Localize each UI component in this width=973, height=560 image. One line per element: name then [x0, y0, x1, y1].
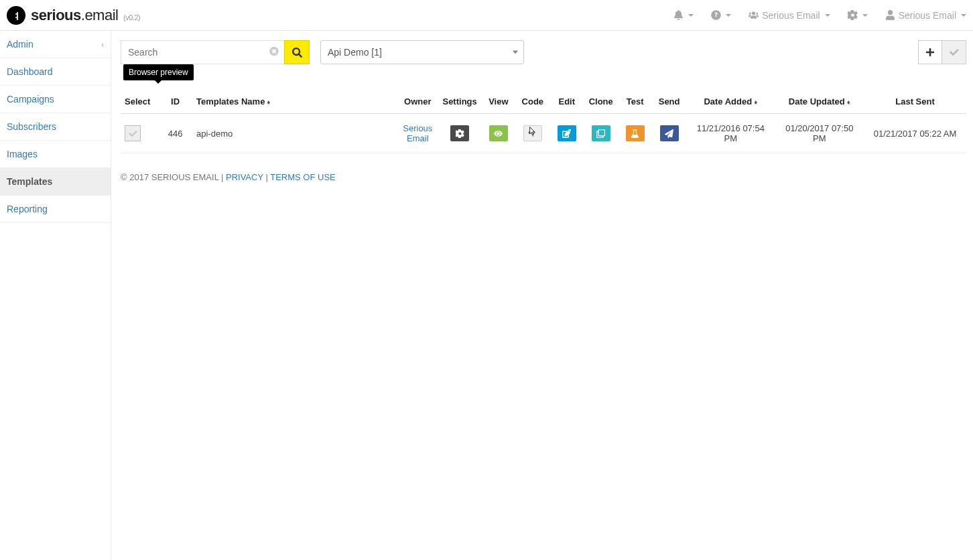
row-settings-button[interactable]: [450, 125, 469, 141]
gear-icon: [848, 10, 858, 20]
sidebar-item-templates[interactable]: Templates: [0, 168, 111, 196]
row-name: api-demo: [192, 114, 397, 153]
row-test-button[interactable]: [626, 125, 645, 141]
sidebar-item-reporting[interactable]: Reporting: [0, 196, 111, 223]
clear-search-icon[interactable]: [269, 47, 279, 58]
sort-icon: ♦: [754, 98, 757, 106]
sidebar-item-admin[interactable]: Admin ‹: [0, 31, 111, 58]
row-date-updated: 01/20/2017 07:50 PM: [775, 114, 864, 153]
brand-suffix: .email: [81, 7, 119, 23]
gear-icon: [456, 129, 464, 138]
code-icon: [528, 129, 537, 138]
team-menu[interactable]: Serious Email: [749, 10, 830, 21]
sidebar-item-images[interactable]: Images: [0, 141, 111, 168]
sidebar-item-label: Images: [7, 149, 38, 159]
caret-down-icon: [513, 51, 518, 54]
col-view: View: [481, 90, 515, 114]
row-owner-link[interactable]: Serious Email: [401, 123, 434, 143]
footer-privacy-link[interactable]: PRIVACY: [226, 172, 263, 182]
col-name[interactable]: Templates Name♦: [192, 90, 397, 114]
row-code-button[interactable]: [523, 125, 542, 141]
templates-table-wrap: Browser preview Select ID Templates Name…: [121, 90, 966, 153]
col-select[interactable]: Select: [121, 90, 158, 114]
tooltip: Browser preview: [123, 64, 194, 80]
check-icon: [950, 48, 959, 57]
col-code: Code: [515, 90, 549, 114]
caret-down-icon: [688, 14, 694, 17]
sidebar-item-dashboard[interactable]: Dashboard: [0, 58, 111, 86]
row-id: 446: [158, 114, 192, 153]
flask-icon: [631, 129, 639, 138]
sidebar-item-label: Subscribers: [7, 121, 56, 132]
navbar-right: Serious Email Serious Email: [673, 10, 966, 21]
footer-terms-link[interactable]: TERMS OF USE: [270, 172, 336, 182]
row-view-button[interactable]: [489, 125, 508, 141]
edit-icon: [562, 129, 571, 138]
footer-copyright: © 2017 SERIOUS EMAIL |: [121, 172, 226, 182]
col-edit: Edit: [549, 90, 584, 114]
campaign-select[interactable]: Api Demo [1]: [320, 40, 524, 64]
col-clone: Clone: [584, 90, 618, 114]
main-content: Api Demo [1] Browser preview Sel: [111, 31, 973, 560]
sidebar-item-label: Dashboard: [7, 66, 53, 77]
team-menu-label: Serious Email: [762, 10, 820, 21]
row-last-sent: 01/21/2017 05:22 AM: [864, 114, 966, 153]
brand-version: (v0.2): [123, 13, 140, 21]
col-date-updated[interactable]: Date Updated♦: [775, 90, 864, 114]
row-clone-button[interactable]: [592, 125, 610, 141]
col-date-added[interactable]: Date Added♦: [686, 90, 775, 114]
col-last-sent[interactable]: Last Sent: [864, 90, 966, 114]
user-menu-label: Serious Email: [899, 10, 956, 21]
chevron-left-icon: ‹: [101, 40, 104, 48]
col-id[interactable]: ID: [158, 90, 192, 114]
footer: © 2017 SERIOUS EMAIL | PRIVACY | TERMS O…: [121, 172, 966, 182]
user-menu[interactable]: Serious Email: [885, 10, 966, 21]
sidebar-item-campaigns[interactable]: Campaigns: [0, 86, 111, 113]
search-wrap: [121, 40, 310, 64]
row-send-button[interactable]: [660, 125, 679, 141]
bell-icon: [673, 10, 684, 20]
clone-icon: [596, 129, 605, 138]
caret-down-icon: [862, 14, 868, 17]
col-send: Send: [652, 90, 686, 114]
sidebar-item-label: Templates: [7, 176, 52, 187]
sidebar-item-label: Admin: [7, 39, 34, 50]
col-settings: Settings: [438, 90, 482, 114]
plus-icon: [925, 48, 935, 57]
users-icon: [749, 10, 759, 20]
sort-icon: ♦: [847, 98, 850, 106]
row-edit-button[interactable]: [558, 125, 576, 141]
eye-icon: [494, 129, 503, 138]
brand-logo-icon: :|: [7, 6, 25, 25]
row-checkbox[interactable]: [125, 125, 141, 141]
toolbar: Api Demo [1]: [121, 40, 966, 64]
col-owner[interactable]: Owner: [397, 90, 438, 114]
user-icon: [885, 10, 895, 20]
question-circle-icon: [711, 10, 721, 20]
sidebar: Admin ‹ Dashboard Campaigns Subscribers …: [0, 31, 111, 560]
campaign-select-value: Api Demo [1]: [328, 47, 382, 58]
caret-down-icon: [825, 14, 830, 17]
confirm-button[interactable]: [942, 40, 966, 64]
top-navbar: :| serious.email (v0.2) Serious Email Se…: [0, 0, 973, 31]
row-date-added: 11/21/2016 07:54 PM: [686, 114, 775, 153]
sidebar-item-label: Reporting: [7, 204, 48, 214]
notifications-menu[interactable]: [673, 10, 694, 20]
add-template-button[interactable]: [918, 40, 942, 64]
search-button[interactable]: [284, 40, 310, 64]
table-row: 446 api-demo Serious Email: [121, 114, 966, 153]
settings-menu[interactable]: [848, 10, 868, 20]
col-test: Test: [618, 90, 652, 114]
sort-icon: ♦: [267, 98, 270, 106]
brand-prefix: serious: [31, 7, 81, 23]
help-menu[interactable]: [711, 10, 731, 20]
caret-down-icon: [961, 14, 966, 17]
paper-plane-icon: [665, 129, 673, 138]
caret-down-icon: [726, 14, 731, 17]
search-input[interactable]: [121, 40, 284, 64]
sidebar-item-label: Campaigns: [7, 94, 54, 104]
brand-text: serious.email (v0.2): [31, 7, 140, 24]
templates-table: Select ID Templates Name♦ Owner Settings…: [121, 90, 966, 153]
sidebar-item-subscribers[interactable]: Subscribers: [0, 113, 111, 141]
brand[interactable]: :| serious.email (v0.2): [7, 6, 140, 25]
